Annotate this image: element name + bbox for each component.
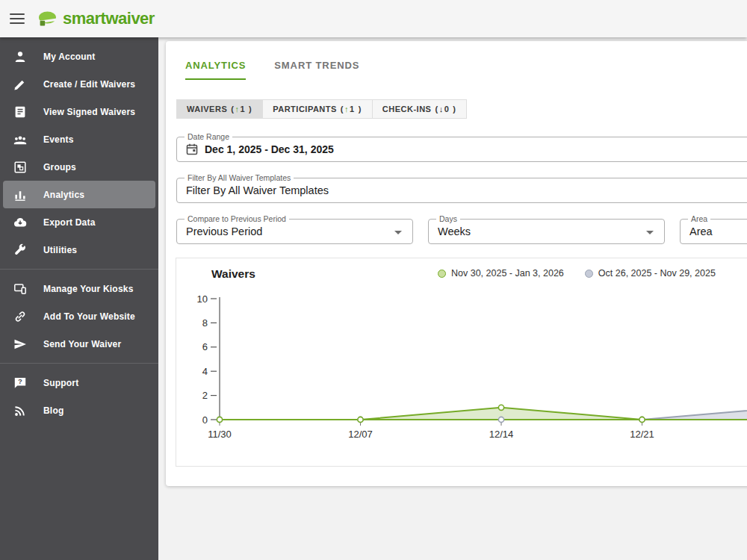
svg-text:2: 2 (202, 390, 208, 401)
sidebar-divider (0, 269, 158, 270)
sidebar-item-add-to-your-website[interactable]: Add To Your Website (0, 302, 158, 330)
sidebar-item-groups[interactable]: Groups (0, 153, 158, 181)
legend-item-current-period[interactable]: Nov 30, 2025 - Jan 3, 2026 (438, 268, 564, 279)
document-check-icon (13, 105, 28, 119)
chart-title: Waivers (211, 267, 255, 281)
svg-text:10: 10 (197, 293, 208, 305)
sidebar-item-events[interactable]: Events (0, 125, 158, 153)
subtab-waivers[interactable]: WAIVERS ( ↑ 1 ) (176, 99, 263, 119)
top-app-bar: smartwaiver (0, 0, 747, 37)
chevron-down-icon (394, 231, 402, 234)
cloud-download-icon (13, 215, 28, 230)
tab-analytics[interactable]: ANALYTICS (185, 60, 246, 80)
waivers-chart-container: Waivers Nov 30, 2025 - Jan 3, 2026 Oct 2… (176, 258, 747, 467)
svg-text:11/30: 11/30 (208, 429, 232, 440)
sidebar-item-view-signed-waivers[interactable]: View Signed Waivers (0, 98, 158, 125)
down-arrow-icon: ↓ (439, 105, 444, 113)
person-icon (13, 49, 28, 64)
chevron-down-icon (646, 231, 654, 234)
svg-text:8: 8 (202, 317, 208, 329)
sidebar-item-utilities[interactable]: Utilities (0, 236, 158, 264)
compare-period-select[interactable]: Compare to Previous Period Previous Peri… (176, 219, 413, 244)
legend-item-previous-period[interactable]: Oct 26, 2025 - Nov 29, 2025 (585, 268, 716, 279)
up-arrow-icon: ↑ (344, 105, 349, 113)
svg-text:12/14: 12/14 (489, 429, 514, 440)
sidebar-item-support[interactable]: ? Support (0, 369, 158, 396)
tab-smart-trends[interactable]: SMART TRENDS (274, 60, 359, 80)
legend-dot-icon (438, 270, 446, 278)
sidebar-item-send-your-waiver[interactable]: Send Your Waiver (0, 330, 158, 358)
sidebar-item-my-account[interactable]: My Account (0, 43, 158, 70)
sidebar-item-create-edit-waivers[interactable]: Create / Edit Waivers (0, 70, 158, 98)
bar-chart-icon (13, 187, 28, 202)
help-bubble-icon: ? (13, 376, 28, 391)
wrench-icon (13, 243, 28, 258)
smartwaiver-logo[interactable]: smartwaiver (37, 9, 155, 28)
main-tabs: ANALYTICS SMART TRENDS (185, 60, 359, 80)
people-icon (13, 132, 28, 147)
rss-icon (13, 403, 28, 418)
hamburger-menu-icon[interactable] (10, 13, 25, 24)
sidebar-nav: My Account Create / Edit Waivers View Si… (0, 37, 158, 560)
pencil-icon (13, 77, 28, 92)
brand-name: smartwaiver (63, 9, 155, 28)
sidebar-divider (0, 363, 158, 364)
svg-text:6: 6 (202, 341, 208, 352)
sidebar-item-manage-your-kiosks[interactable]: Manage Your Kiosks (0, 275, 158, 302)
subtab-participants[interactable]: PARTICIPANTS ( ↑ 1 ) (263, 99, 373, 119)
sidebar-item-analytics[interactable]: Analytics (3, 181, 155, 208)
svg-text:0: 0 (202, 414, 208, 426)
waivers-area-chart: 11/3012/0712/1412/2112/280246810 (176, 291, 747, 449)
link-icon (13, 309, 28, 324)
chart-legend: Nov 30, 2025 - Jan 3, 2026 Oct 26, 2025 … (438, 268, 716, 279)
sidebar-item-blog[interactable]: Blog (0, 396, 158, 424)
svg-text:12/07: 12/07 (348, 429, 373, 440)
svg-text:12/21: 12/21 (630, 429, 654, 440)
smartwaiver-logo-icon (37, 10, 58, 27)
sidebar-item-export-data[interactable]: Export Data (0, 208, 158, 236)
date-range-field[interactable]: Date Range Dec 1, 2025 - Dec 31, 2025 (176, 137, 747, 162)
legend-dot-icon (585, 270, 593, 278)
svg-text:4: 4 (202, 366, 208, 377)
groups-icon (13, 160, 28, 175)
area-select[interactable]: Area Area (680, 219, 747, 244)
svg-text:?: ? (18, 377, 22, 385)
calendar-icon (185, 143, 199, 156)
subtab-check-ins[interactable]: CHECK-INS ( ↓ 0 ) (373, 99, 468, 119)
metric-subtabs: WAIVERS ( ↑ 1 ) PARTICIPANTS ( ↑ 1 ) CHE… (176, 99, 467, 119)
send-icon (13, 337, 28, 352)
up-arrow-icon: ↑ (235, 105, 239, 113)
waiver-template-filter-field[interactable]: Filter By All Waiver Templates Filter By… (176, 178, 747, 203)
kiosk-devices-icon (13, 281, 28, 296)
analytics-panel: ANALYTICS SMART TRENDS WAIVERS ( ↑ 1 ) P… (166, 41, 747, 486)
interval-select[interactable]: Days Weeks (428, 219, 665, 244)
